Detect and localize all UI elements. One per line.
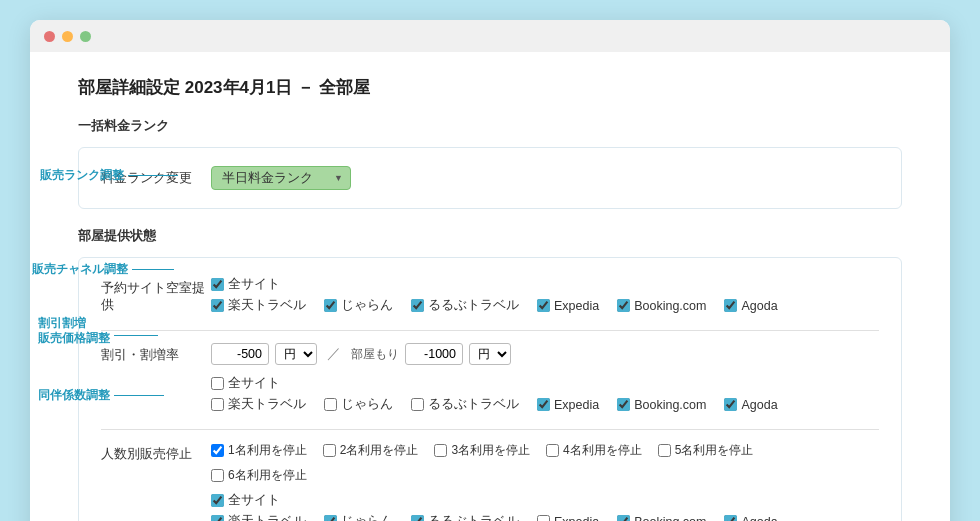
checkbox-booking-discount[interactable]: Booking.com <box>617 398 706 412</box>
room-label: 部屋もり <box>351 346 399 363</box>
checkbox-agoda-discount[interactable]: Agoda <box>724 398 777 412</box>
2person-label: 2名利用を停止 <box>340 442 419 459</box>
checkbox-rakuten-discount-input[interactable] <box>211 398 224 411</box>
checkbox-jalan-avail[interactable]: じゃらん <box>324 297 393 314</box>
availability-label: 予約サイト空室提供 <box>101 276 211 314</box>
3person-label: 3名利用を停止 <box>451 442 530 459</box>
checkbox-rakuten-avail-input[interactable] <box>211 299 224 312</box>
minimize-dot <box>62 31 73 42</box>
checkbox-expedia-avail[interactable]: Expedia <box>537 299 599 313</box>
divider1 <box>101 330 879 331</box>
checkbox-booking-people[interactable]: Booking.com <box>617 515 706 522</box>
checkbox-expedia-discount[interactable]: Expedia <box>537 398 599 412</box>
availability-section: 予約サイト空室提供 全サイト 楽天トラベル <box>78 257 902 521</box>
checkbox-jalan-discount[interactable]: じゃらん <box>324 396 393 413</box>
checkbox-agoda-discount-input[interactable] <box>724 398 737 411</box>
discount-input2[interactable] <box>405 343 463 365</box>
checkbox-booking-avail[interactable]: Booking.com <box>617 299 706 313</box>
checkbox-all-people-input[interactable] <box>211 494 224 507</box>
people-label: 人数別販売停止 <box>101 442 211 463</box>
checkbox-1person[interactable]: 1名利用を停止 <box>211 442 307 459</box>
checkbox-3person-input[interactable] <box>434 444 447 457</box>
checkbox-rurubu-discount[interactable]: るるぶトラベル <box>411 396 519 413</box>
rank-section: 料金ランク変更 半日料金ランク <box>78 147 902 209</box>
checkbox-expedia-avail-input[interactable] <box>537 299 550 312</box>
checkbox-all-discount-input[interactable] <box>211 377 224 390</box>
checkbox-all-discount[interactable]: 全サイト <box>211 375 280 392</box>
checkbox-rurubu-people[interactable]: るるぶトラベル <box>411 513 519 521</box>
checkbox-expedia-discount-input[interactable] <box>537 398 550 411</box>
checkbox-rurubu-avail-input[interactable] <box>411 299 424 312</box>
expedia-discount-label: Expedia <box>554 398 599 412</box>
checkbox-rakuten-avail[interactable]: 楽天トラベル <box>211 297 306 314</box>
rakuten-label: 楽天トラベル <box>228 297 306 314</box>
checkbox-rurubu-avail[interactable]: るるぶトラベル <box>411 297 519 314</box>
checkbox-rakuten-people[interactable]: 楽天トラベル <box>211 513 306 521</box>
rakuten-people-label: 楽天トラベル <box>228 513 306 521</box>
expedia-people-label: Expedia <box>554 515 599 522</box>
checkbox-jalan-discount-input[interactable] <box>324 398 337 411</box>
expedia-label: Expedia <box>554 299 599 313</box>
1person-label: 1名利用を停止 <box>228 442 307 459</box>
checkbox-expedia-people[interactable]: Expedia <box>537 515 599 522</box>
checkbox-4person[interactable]: 4名利用を停止 <box>546 442 642 459</box>
checkbox-agoda-avail[interactable]: Agoda <box>724 299 777 313</box>
checkbox-agoda-people[interactable]: Agoda <box>724 515 777 522</box>
checkbox-all-people[interactable]: 全サイト <box>211 492 280 509</box>
checkbox-2person-input[interactable] <box>323 444 336 457</box>
discount-input1[interactable] <box>211 343 269 365</box>
checkbox-rurubu-people-input[interactable] <box>411 515 424 521</box>
browser-window: 部屋詳細設定 2023年4月1日 － 全部屋 一括料金ランク 料金ランク変更 半… <box>30 20 950 521</box>
checkbox-all-sites-avail[interactable]: 全サイト <box>211 276 280 293</box>
checkbox-1person-input[interactable] <box>211 444 224 457</box>
rank-select-wrapper[interactable]: 半日料金ランク <box>211 166 351 190</box>
checkbox-rakuten-people-input[interactable] <box>211 515 224 521</box>
checkbox-5person-input[interactable] <box>658 444 671 457</box>
checkbox-5person[interactable]: 5名利用を停止 <box>658 442 754 459</box>
checkbox-3person[interactable]: 3名利用を停止 <box>434 442 530 459</box>
checkbox-expedia-people-input[interactable] <box>537 515 550 521</box>
checkbox-booking-people-input[interactable] <box>617 515 630 521</box>
agoda-discount-label: Agoda <box>741 398 777 412</box>
checkbox-jalan-avail-input[interactable] <box>324 299 337 312</box>
checkbox-2person[interactable]: 2名利用を停止 <box>323 442 419 459</box>
checkbox-rurubu-discount-input[interactable] <box>411 398 424 411</box>
close-dot <box>44 31 55 42</box>
section1-label: 一括料金ランク <box>78 117 902 135</box>
checkbox-jalan-people[interactable]: じゃらん <box>324 513 393 521</box>
rurubu-label: るるぶトラベル <box>428 297 519 314</box>
jalan-discount-label: じゃらん <box>341 396 393 413</box>
divider2 <box>101 429 879 430</box>
checkbox-booking-avail-input[interactable] <box>617 299 630 312</box>
checkbox-6person[interactable]: 6名利用を停止 <box>211 467 307 484</box>
discount-unit-select2[interactable]: 円 <box>469 343 511 365</box>
booking-discount-label: Booking.com <box>634 398 706 412</box>
rakuten-discount-label: 楽天トラベル <box>228 396 306 413</box>
rank-select[interactable]: 半日料金ランク <box>211 166 351 190</box>
rank-row-label: 料金ランク変更 <box>101 166 211 187</box>
slash-divider: ／ <box>323 345 345 363</box>
all-sites-label: 全サイト <box>228 276 280 293</box>
browser-bar <box>30 20 950 52</box>
checkbox-jalan-people-input[interactable] <box>324 515 337 521</box>
section2-label: 部屋提供状態 <box>78 227 902 245</box>
6person-label: 6名利用を停止 <box>228 467 307 484</box>
agoda-people-label: Agoda <box>741 515 777 522</box>
checkbox-booking-discount-input[interactable] <box>617 398 630 411</box>
checkbox-agoda-people-input[interactable] <box>724 515 737 521</box>
jalan-people-label: じゃらん <box>341 513 393 521</box>
5person-label: 5名利用を停止 <box>675 442 754 459</box>
checkbox-rakuten-discount[interactable]: 楽天トラベル <box>211 396 306 413</box>
checkbox-all-sites-avail-input[interactable] <box>211 278 224 291</box>
page-title: 部屋詳細設定 2023年4月1日 － 全部屋 <box>78 76 902 99</box>
checkbox-4person-input[interactable] <box>546 444 559 457</box>
discount-label: 割引・割増率 <box>101 343 211 364</box>
agoda-label: Agoda <box>741 299 777 313</box>
booking-label: Booking.com <box>634 299 706 313</box>
checkbox-agoda-avail-input[interactable] <box>724 299 737 312</box>
all-sites-people-label: 全サイト <box>228 492 280 509</box>
checkbox-6person-input[interactable] <box>211 469 224 482</box>
jalan-label: じゃらん <box>341 297 393 314</box>
discount-unit-select1[interactable]: 円 <box>275 343 317 365</box>
4person-label: 4名利用を停止 <box>563 442 642 459</box>
